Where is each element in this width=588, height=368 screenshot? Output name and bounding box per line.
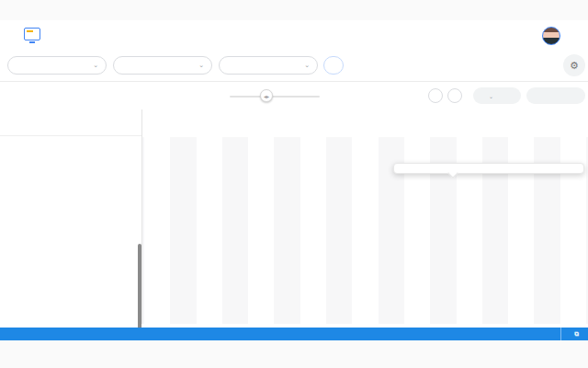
settings-gear-icon[interactable]: ⚙ xyxy=(563,54,585,76)
student-list-pane xyxy=(0,109,142,324)
open-in-new-icon: ⧉ xyxy=(574,330,579,338)
timeline-main xyxy=(0,109,588,324)
app-header xyxy=(0,20,588,52)
chevron-down-icon: ⌄ xyxy=(198,62,204,69)
zoom-out-button[interactable] xyxy=(428,88,443,103)
zoom-in-button[interactable] xyxy=(447,88,462,103)
contact-feedback-button[interactable]: ⧉ xyxy=(560,328,588,340)
user-avatar[interactable] xyxy=(542,27,560,45)
footer-bar: ⧉ xyxy=(0,328,588,340)
chevron-down-icon: ⌄ xyxy=(489,93,493,99)
filter-bar: ⌄ ⌄ ⌄ ⚙ xyxy=(0,52,588,82)
student-list-header xyxy=(0,109,141,136)
app-logo[interactable] xyxy=(24,26,47,40)
timeline-chart-pane xyxy=(142,109,588,324)
assignments-dropdown[interactable]: ⌄ xyxy=(219,56,318,75)
classwork-zoom-logo-icon xyxy=(24,28,40,40)
class-dropdown[interactable]: ⌄ xyxy=(7,56,107,75)
zoom-mode-dropdown[interactable]: ⌄ xyxy=(473,87,521,104)
student-list-scrollbar[interactable] xyxy=(138,244,141,334)
refresh-timeline-button[interactable] xyxy=(323,56,344,75)
chevron-down-icon: ⌄ xyxy=(93,62,98,69)
time-scrub-slider-handle[interactable]: ◂▸ xyxy=(260,89,273,102)
top-nav xyxy=(509,20,560,52)
time-axis xyxy=(142,122,588,135)
go-to-current-time-button[interactable] xyxy=(526,87,585,104)
timeline-toolbar: ◂▸ ⌄ xyxy=(0,82,588,109)
app-window: ⌄ ⌄ ⌄ ⚙ ◂▸ ⌄ xyxy=(0,20,588,340)
chevron-down-icon: ⌄ xyxy=(304,62,310,69)
time-scrub-slider-track[interactable] xyxy=(230,96,320,98)
students-dropdown[interactable]: ⌄ xyxy=(113,56,212,75)
work-block-tooltip xyxy=(393,163,584,174)
